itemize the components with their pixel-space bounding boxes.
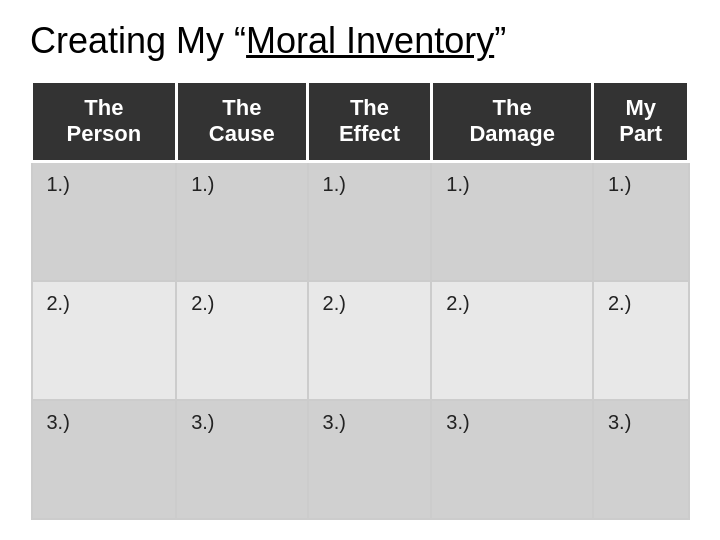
cell-r2-c4: 2.) [431, 281, 593, 400]
cell-r3-c4: 3.) [431, 400, 593, 519]
inventory-table: ThePerson TheCause TheEffect TheDamage M… [30, 80, 690, 520]
cell-r1-c2: 1.) [176, 161, 307, 280]
page-title: Creating My “Moral Inventory” [30, 20, 690, 62]
cell-r2-c1: 2.) [32, 281, 177, 400]
header-the-damage: TheDamage [431, 82, 593, 162]
header-the-effect: TheEffect [308, 82, 432, 162]
title-suffix: ” [494, 20, 506, 61]
cell-r1-c4: 1.) [431, 161, 593, 280]
cell-r1-c3: 1.) [308, 161, 432, 280]
table-row: 3.)3.)3.)3.)3.) [32, 400, 689, 519]
cell-r2-c3: 2.) [308, 281, 432, 400]
title-prefix: Creating My “ [30, 20, 246, 61]
header-the-cause: TheCause [176, 82, 307, 162]
header-the-person: ThePerson [32, 82, 177, 162]
table-header-row: ThePerson TheCause TheEffect TheDamage M… [32, 82, 689, 162]
cell-r3-c1: 3.) [32, 400, 177, 519]
page-container: Creating My “Moral Inventory” ThePerson … [0, 0, 720, 540]
cell-r3-c3: 3.) [308, 400, 432, 519]
header-my-part: MyPart [593, 82, 689, 162]
cell-r2-c2: 2.) [176, 281, 307, 400]
cell-r1-c5: 1.) [593, 161, 689, 280]
table-row: 2.)2.)2.)2.)2.) [32, 281, 689, 400]
cell-r1-c1: 1.) [32, 161, 177, 280]
cell-r3-c2: 3.) [176, 400, 307, 519]
title-underline: Moral Inventory [246, 20, 494, 61]
cell-r2-c5: 2.) [593, 281, 689, 400]
table-row: 1.)1.)1.)1.)1.) [32, 161, 689, 280]
cell-r3-c5: 3.) [593, 400, 689, 519]
